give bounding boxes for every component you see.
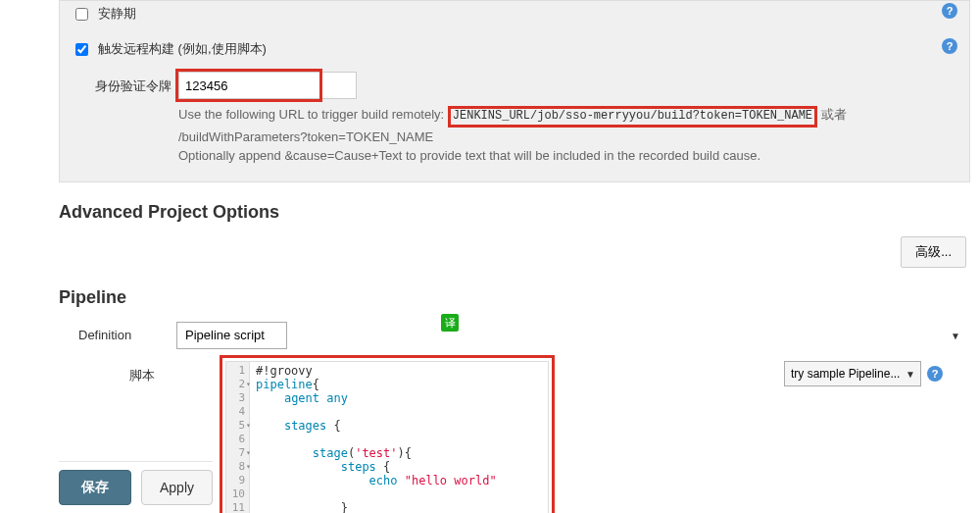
sample-pipeline-wrap: try sample Pipeline... ▼ ?	[784, 361, 943, 386]
pipeline-header: Pipeline	[59, 287, 970, 308]
editor-wrap: 123456789101112 #!groovy pipeline{ agent…	[225, 361, 549, 513]
advanced-options-header: Advanced Project Options	[59, 202, 970, 223]
remote-trigger-checkbox[interactable]	[75, 43, 88, 56]
help-icon[interactable]: ?	[942, 3, 957, 19]
translate-badge[interactable]: 译	[441, 314, 459, 332]
pipeline-script-editor[interactable]: 123456789101112 #!groovy pipeline{ agent…	[225, 361, 549, 513]
hint-url: JENKINS_URL/job/sso-merryyou/build?token…	[448, 106, 817, 128]
build-triggers-section: 安静期 ? 触发远程构建 (例如,使用脚本) ? 身份验证令牌 Use the …	[59, 0, 970, 182]
sample-pipeline-select[interactable]: try sample Pipeline...	[784, 361, 921, 386]
advanced-button[interactable]: 高级...	[901, 236, 966, 268]
remote-trigger-row: 触发远程构建 (例如,使用脚本) ?	[75, 36, 961, 62]
editor-gutter: 123456789101112	[226, 362, 250, 513]
chevron-down-icon: ▼	[951, 330, 960, 340]
apply-button[interactable]: Apply	[141, 470, 213, 505]
footer-buttons: 保存 Apply	[59, 461, 213, 513]
quiet-period-row: 安静期 ?	[75, 1, 961, 26]
definition-select[interactable]: Pipeline script	[176, 322, 287, 349]
hint-line2: Optionally append &cause=Cause+Text to p…	[178, 148, 760, 163]
auth-token-label: 身份验证令牌	[95, 72, 178, 95]
advanced-row: 高级...	[59, 236, 966, 268]
definition-select-wrap: Pipeline script ▼	[176, 322, 966, 349]
help-icon[interactable]: ?	[942, 38, 957, 54]
quiet-period-label: 安静期	[98, 5, 136, 23]
hint-prefix: Use the following URL to trigger build r…	[178, 107, 448, 122]
definition-row: Definition Pipeline script ▼ 译	[59, 322, 966, 349]
auth-token-input-wrap	[178, 72, 961, 99]
auth-token-input[interactable]	[178, 72, 357, 99]
auth-token-row: 身份验证令牌	[95, 72, 961, 99]
token-hint: Use the following URL to trigger build r…	[178, 105, 961, 166]
remote-trigger-label: 触发远程构建 (例如,使用脚本)	[98, 40, 267, 58]
quiet-period-checkbox[interactable]	[75, 8, 88, 21]
save-button[interactable]: 保存	[59, 470, 131, 505]
script-label: 脚本	[59, 361, 225, 385]
editor-code[interactable]: #!groovy pipeline{ agent any stages { st…	[250, 362, 503, 513]
definition-label: Definition	[59, 328, 176, 342]
help-icon[interactable]: ?	[927, 366, 943, 382]
